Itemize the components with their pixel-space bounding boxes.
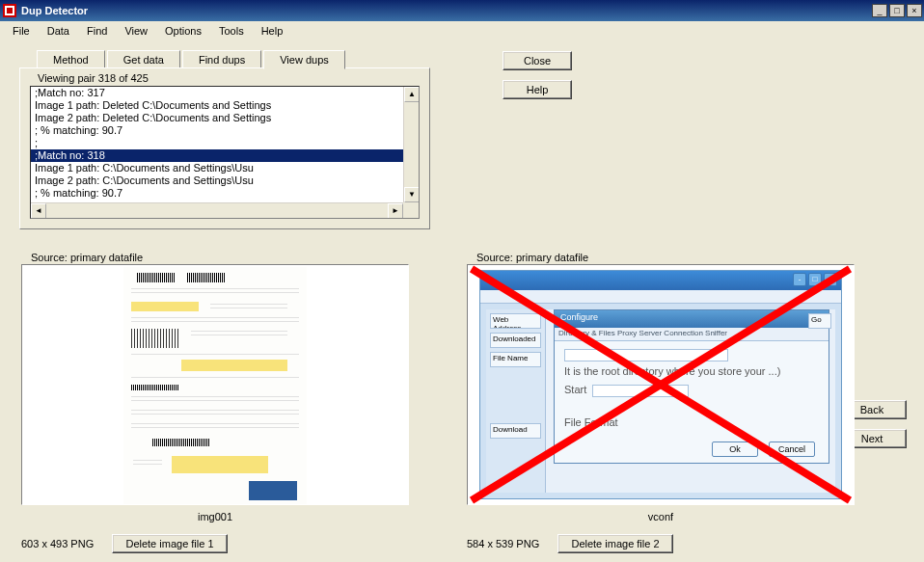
image1-preview — [22, 265, 408, 504]
scroll-up-icon[interactable]: ▲ — [404, 87, 420, 102]
vscrollbar[interactable]: ▲ ▼ — [403, 87, 419, 202]
list-row[interactable]: ; % matching: 90.7 — [31, 124, 403, 137]
hscrollbar[interactable]: ◄ ► — [31, 202, 403, 218]
menu-find[interactable]: Find — [78, 23, 116, 39]
preview-ok: Ok — [712, 442, 758, 457]
tab-row: Method Get data Find dups View dups — [37, 50, 924, 68]
tab-find-dups[interactable]: Find dups — [182, 50, 261, 68]
app-icon — [2, 3, 17, 18]
preview-dialog-title: Configure — [555, 310, 829, 328]
scroll-down-icon[interactable]: ▼ — [404, 187, 420, 202]
image1-dimensions: 603 x 493 PNG — [21, 538, 94, 549]
close-button[interactable]: Close — [503, 51, 572, 70]
menu-tools[interactable]: Tools — [210, 23, 253, 39]
scroll-left-icon[interactable]: ◄ — [31, 203, 46, 219]
image2-dimensions: 584 x 539 PNG — [467, 538, 539, 549]
list-row[interactable]: ;Match no: 318 — [31, 149, 403, 162]
tab-method[interactable]: Method — [37, 50, 105, 68]
preview-cancel: Cancel — [769, 442, 815, 457]
image2-preview: - □ × Web Address Downloaded File Name D… — [468, 265, 854, 504]
scroll-corner — [403, 202, 419, 218]
delete-image1-button[interactable]: Delete image file 1 — [112, 534, 228, 553]
tab-get-data[interactable]: Get data — [107, 50, 180, 68]
preview-fileformat: File Format — [564, 416, 819, 428]
maximize-button[interactable]: □ — [889, 4, 905, 17]
minimize-button[interactable]: _ — [872, 4, 887, 17]
close-window-button[interactable]: × — [907, 4, 922, 17]
svg-rect-2 — [7, 8, 13, 13]
delete-image2-button[interactable]: Delete image file 2 — [557, 534, 673, 553]
title-bar: Dup Detector _ □ × — [0, 0, 924, 21]
preview-close-icon: × — [824, 273, 837, 286]
preview-side-item: Web Address — [490, 313, 541, 329]
tab-view-dups[interactable]: View dups — [263, 50, 345, 69]
preview-side-item: Download — [490, 423, 541, 439]
window-title: Dup Detector — [21, 5, 872, 16]
help-button[interactable]: Help — [503, 80, 572, 99]
preview-side-item: Downloaded — [490, 333, 541, 348]
menu-view[interactable]: View — [116, 23, 156, 39]
image1-source-label: Source: primary datafile — [31, 252, 143, 263]
list-row[interactable]: Image 1 path: C:\Documents and Settings\… — [31, 162, 403, 174]
scroll-right-icon[interactable]: ► — [388, 203, 403, 219]
preview-go: Go — [808, 313, 831, 329]
menu-options[interactable]: Options — [156, 23, 210, 39]
list-row[interactable]: ;Match no: 317 — [31, 87, 403, 99]
list-row[interactable]: ; — [31, 137, 403, 149]
image2-frame: - □ × Web Address Downloaded File Name D… — [467, 264, 855, 505]
list-row[interactable]: Image 2 path: C:\Documents and Settings\… — [31, 174, 403, 187]
pair-label: Viewing pair 318 of 425 — [38, 72, 149, 84]
menu-bar: File Data Find View Options Tools Help — [0, 21, 924, 40]
preview-min-icon: - — [793, 273, 806, 286]
image2-source-label: Source: primary datafile — [476, 252, 588, 263]
preview-titlebar: - □ × — [480, 271, 841, 290]
view-dups-panel: Viewing pair 318 of 425 ;Match no: 317Im… — [19, 67, 430, 229]
menu-data[interactable]: Data — [39, 23, 78, 39]
menu-file[interactable]: File — [4, 23, 39, 39]
list-row[interactable]: Image 2 path: Deleted C:\Documents and S… — [31, 112, 403, 124]
preview-side-item: File Name — [490, 352, 541, 367]
preview-hint: It is the root directory where you store… — [564, 365, 819, 377]
match-listbox[interactable]: ;Match no: 317Image 1 path: Deleted C:\D… — [30, 86, 420, 219]
image2-name: vconf — [467, 511, 855, 522]
list-row[interactable]: ; % matching: 90.7 — [31, 187, 403, 200]
list-row[interactable]: Image 1 path: Deleted C:\Documents and S… — [31, 99, 403, 112]
image1-frame — [21, 264, 409, 505]
preview-max-icon: □ — [808, 273, 822, 286]
menu-help[interactable]: Help — [253, 23, 292, 39]
preview-dialog-tabs: Directory & Files Proxy Server Connectio… — [555, 328, 829, 341]
image1-name: img001 — [21, 511, 409, 522]
